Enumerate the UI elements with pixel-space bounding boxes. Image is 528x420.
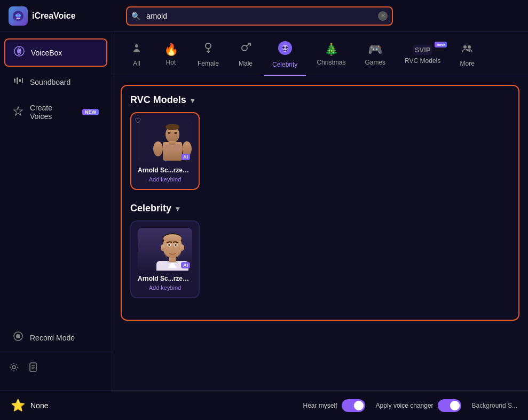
sidebar-item-soundboard[interactable]: Soundboard [4,69,107,95]
settings-icon[interactable] [9,362,19,375]
section-celebrity[interactable]: Celebrity ▾ [130,203,510,214]
app-logo: iCreaVoice [9,6,115,26]
tab-hot[interactable]: 🔥 Hot [155,38,187,74]
apply-voice-changer-toggle[interactable] [438,399,461,412]
svg-point-27 [282,46,285,49]
bottombar-left: ⭐ None [11,399,48,413]
svg-point-38 [164,144,172,152]
voice-list: RVC Models ▾ [112,76,528,390]
arnold-rvc-heart[interactable]: ♡ [135,116,141,125]
tab-more-label: More [460,60,475,67]
tab-more[interactable]: More [451,37,483,75]
tab-celebrity-icon [278,41,293,59]
svg-point-39 [172,144,181,152]
soundboard-label: Soundboard [30,78,70,86]
bottombar: ⭐ None Hear myself Apply voice changer B… [0,390,528,420]
section-rvc-chevron: ▾ [191,96,194,105]
svg-point-10 [17,78,18,80]
svg-marker-12 [14,107,22,115]
svg-point-52 [161,244,165,251]
tab-christmas[interactable]: 🎄 Christmas [308,38,354,74]
search-icon: 🔍 [131,12,140,20]
notebook-icon[interactable] [28,362,38,375]
rvc-voice-grid: AI ♡ Arnold Sc...rzenegger Add keybind [130,112,510,190]
hear-myself-group: Hear myself [303,399,365,412]
tab-christmas-label: Christmas [317,59,345,66]
apply-voice-changer-label: Apply voice changer [376,402,434,409]
tab-games-label: Games [365,59,385,66]
tab-male-label: Male [239,60,253,67]
section-rvc-title: RVC Models [130,94,186,106]
svg-point-15 [12,366,15,369]
tab-all-icon [130,42,143,58]
soundboard-icon [13,75,23,89]
tab-female-icon [202,42,215,58]
tab-celebrity-label: Celebrity [272,61,297,68]
section-celebrity-title: Celebrity [130,203,171,214]
svg-point-51 [175,244,177,246]
voice-card-arnold-celebrity[interactable]: AI Arnold Sc...rzenegger Add keybind [130,220,200,298]
sidebar-bottom [0,352,112,385]
tab-all-label: All [133,60,140,67]
svg-point-21 [206,43,211,49]
tab-celebrity[interactable]: Celebrity [264,36,306,76]
app-name: iCreaVoice [32,11,76,21]
arnold-celebrity-name: Arnold Sc...rzenegger [138,275,192,282]
record-mode-icon [13,331,23,344]
tab-rvc-label: RVC Models [405,57,440,65]
tab-games-icon: 🎮 [368,43,382,57]
hear-myself-label: Hear myself [303,402,337,409]
app-logo-icon [9,6,28,26]
background-label: Background S... [472,402,517,409]
search-bar: 🔍 ✕ [126,6,393,26]
create-voices-icon [13,106,23,119]
main-layout: VoiceBox Soundboard [0,32,528,390]
content-area: All 🔥 Hot Female [112,32,528,390]
search-input[interactable] [126,6,393,26]
tab-more-icon [461,42,474,58]
svg-point-34 [166,124,179,130]
sidebar-item-create-voices[interactable]: Create Voices NEW [4,97,107,127]
svg-point-14 [16,334,20,338]
arnold-celebrity-image: AI [138,228,192,271]
tab-female[interactable]: Female [189,37,227,75]
svg-point-24 [242,45,247,51]
section-celebrity-chevron: ▾ [176,204,179,213]
tab-hot-label: Hot [166,59,176,66]
rvc-badge: new [435,42,447,47]
sidebar-item-voicebox[interactable]: VoiceBox [4,38,107,67]
topbar: iCreaVoice 🔍 ✕ [0,0,528,32]
arnold-celebrity-keybind[interactable]: Add keybind [138,284,192,291]
tab-games[interactable]: 🎮 Games [356,38,394,74]
apply-voice-changer-group: Apply voice changer [376,399,461,412]
svg-point-53 [180,244,184,251]
voicebox-label: VoiceBox [31,49,62,57]
sidebar: VoiceBox Soundboard [0,32,112,390]
tab-male[interactable]: Male [230,37,262,75]
svg-point-2 [19,14,21,17]
svg-point-30 [468,45,471,49]
bottombar-right: Hear myself Apply voice changer Backgrou… [303,399,517,412]
svg-point-20 [135,44,138,47]
arnold-celebrity-ai-badge: AI [181,262,190,268]
svg-point-41 [175,132,177,134]
celebrity-voice-grid: AI Arnold Sc...rzenegger Add keybind [130,220,510,298]
hear-myself-toggle[interactable] [342,399,365,412]
section-rvc-models[interactable]: RVC Models ▾ [130,94,510,106]
voice-card-arnold-rvc[interactable]: AI ♡ Arnold Sc...rzenegger Add keybind [130,112,200,190]
svg-point-40 [168,132,171,134]
svg-rect-8 [22,78,23,83]
arnold-rvc-ai-badge: AI [181,154,190,160]
svg-point-9 [14,79,15,81]
sidebar-item-record-mode[interactable]: Record Mode [4,324,107,351]
svg-point-28 [286,46,288,49]
svg-point-47 [163,234,182,243]
tab-all[interactable]: All [121,37,153,75]
svg-point-29 [463,45,467,49]
category-tabs: All 🔥 Hot Female [112,32,528,76]
search-clear-button[interactable]: ✕ [378,11,388,21]
svg-point-49 [168,244,170,246]
arnold-rvc-keybind[interactable]: Add keybind [138,176,192,183]
tab-rvc-models[interactable]: new SVIP RVC Models [396,41,449,72]
arnold-rvc-image: AI [138,120,192,162]
